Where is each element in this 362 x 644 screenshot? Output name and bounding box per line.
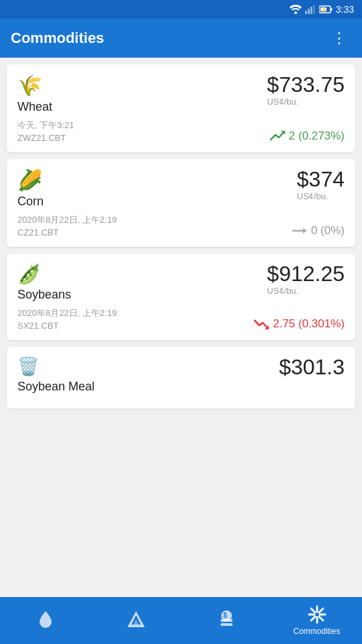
corn-trend-icon (292, 227, 307, 234)
wheat-trend-icon (270, 131, 285, 142)
card-left-soybean-meal: 🗑️ Soybean Meal (17, 356, 224, 399)
commodity-card-corn[interactable]: 🌽 Corn 2020年8月22日, 上午2:19 CZ21.CBT $374 … (7, 159, 355, 247)
svg-marker-11 (303, 228, 307, 233)
svg-rect-2 (308, 9, 310, 14)
status-icons: ⚡ 3:33 (290, 4, 354, 15)
soybean-meal-name: Soybean Meal (17, 380, 224, 394)
card-right-soybeans: $912.25 US¢/bu. 2.75 (0.301%) (224, 263, 345, 331)
corn-change: 0 (0%) (292, 224, 345, 237)
soybeans-trend-icon (254, 319, 269, 329)
bottom-nav: $ Commodities (0, 597, 362, 644)
soybeans-date: 2020年8月22日, 上午2:19 (17, 307, 224, 319)
card-left-wheat: 🌾 Wheat 今天, 下午3:21 ZWZ21.CBT (17, 74, 224, 143)
signal-icon (305, 5, 316, 14)
soybeans-price: $912.25 (267, 263, 345, 284)
corn-name: Corn (17, 195, 224, 209)
oil-drop-icon (37, 610, 54, 629)
app-title: Commodities (11, 30, 104, 47)
nav-item-metals[interactable]: $ (181, 597, 272, 644)
app-bar: Commodities ⋮ (0, 19, 362, 58)
svg-text:⚡: ⚡ (320, 7, 327, 13)
corn-unit: US¢/bu. (297, 191, 345, 201)
corn-date: 2020年8月22日, 上午2:19 (17, 214, 224, 226)
corn-symbol: CZ21.CBT (17, 227, 224, 237)
soybeans-icon: 🫛 (17, 263, 224, 285)
soybean-meal-icon: 🗑️ (17, 356, 224, 377)
svg-text:$: $ (223, 612, 227, 619)
corn-icon: 🌽 (17, 168, 224, 192)
card-right-corn: $374 US¢/bu. 0 (0%) (224, 168, 345, 237)
card-right-wheat: $733.75 US¢/bu. 2 (0.273%) (224, 74, 345, 143)
soybeans-change: 2.75 (0.301%) (254, 317, 345, 331)
wheat-icon: 🌾 (17, 74, 224, 97)
svg-rect-4 (313, 5, 315, 14)
nav-item-energy[interactable] (90, 597, 181, 644)
coin-stack-icon: $ (217, 610, 236, 629)
commodity-card-wheat[interactable]: 🌾 Wheat 今天, 下午3:21 ZWZ21.CBT $733.75 US¢… (7, 64, 355, 152)
wheat-name: Wheat (17, 100, 224, 114)
soybean-meal-price: $301.3 (279, 356, 345, 378)
main-content: 🌾 Wheat 今天, 下午3:21 ZWZ21.CBT $733.75 US¢… (0, 58, 362, 597)
nav-item-oil[interactable] (0, 597, 90, 644)
svg-rect-6 (330, 8, 332, 11)
soybeans-unit: US¢/bu. (267, 286, 345, 296)
wheat-symbol: ZWZ21.CBT (17, 133, 224, 143)
corn-price: $374 (297, 168, 345, 190)
wheat-change-value: 2 (0.273%) (289, 129, 345, 143)
wifi-icon (290, 5, 302, 14)
wheat-change: 2 (0.273%) (270, 129, 345, 143)
commodity-card-soybean-meal[interactable]: 🗑️ Soybean Meal $301.3 (7, 347, 355, 409)
pyramid-icon (126, 610, 146, 629)
status-time: 3:33 (336, 4, 354, 15)
commodities-label: Commodities (293, 627, 340, 636)
soybeans-name: Soybeans (17, 288, 224, 302)
nav-item-commodities[interactable]: Commodities (272, 597, 362, 644)
svg-point-0 (294, 11, 297, 14)
card-right-soybean-meal: $301.3 (224, 356, 345, 399)
svg-point-24 (314, 612, 319, 616)
menu-button[interactable]: ⋮ (327, 26, 351, 50)
commodity-card-soybeans[interactable]: 🫛 Soybeans 2020年8月22日, 上午2:19 SX21.CBT $… (7, 254, 355, 340)
wheat-unit: US¢/bu. (267, 97, 345, 107)
svg-rect-18 (221, 623, 233, 626)
corn-change-value: 0 (0%) (311, 224, 345, 237)
soybeans-change-value: 2.75 (0.301%) (273, 317, 345, 331)
wheat-date: 今天, 下午3:21 (17, 119, 224, 131)
status-bar: ⚡ 3:33 (0, 0, 362, 19)
soybeans-symbol: SX21.CBT (17, 321, 224, 331)
commodities-snowflake-icon (308, 605, 326, 624)
svg-rect-1 (305, 11, 307, 14)
svg-rect-17 (221, 619, 233, 622)
battery-icon: ⚡ (319, 5, 333, 13)
card-left-corn: 🌽 Corn 2020年8月22日, 上午2:19 CZ21.CBT (17, 168, 224, 237)
card-left-soybeans: 🫛 Soybeans 2020年8月22日, 上午2:19 SX21.CBT (17, 263, 224, 331)
wheat-price: $733.75 (267, 74, 345, 95)
svg-rect-3 (310, 7, 312, 14)
